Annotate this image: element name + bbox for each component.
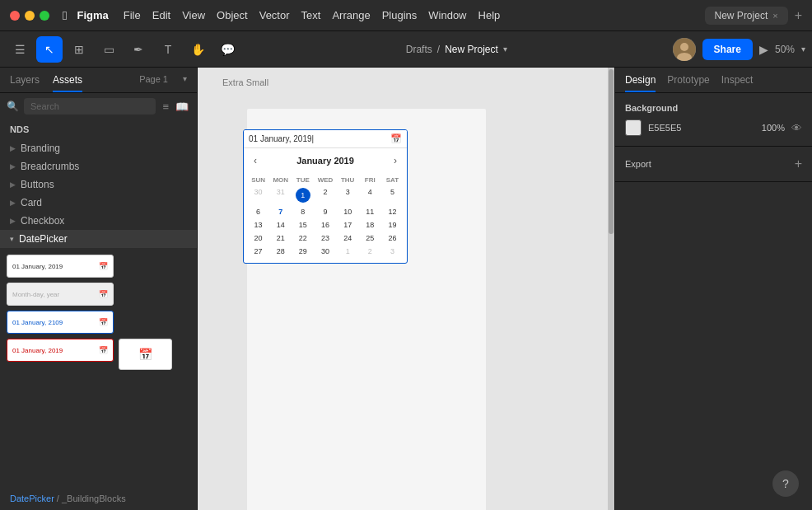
tree-item-checkbox[interactable]: ▶ Checkbox (0, 212, 197, 230)
breadcrumb-drafts[interactable]: Drafts (406, 44, 432, 55)
tree-item-buttons[interactable]: ▶ Buttons (0, 175, 197, 194)
play-button[interactable]: ▶ (759, 43, 768, 56)
maximize-button[interactable] (40, 11, 49, 21)
minimize-button[interactable] (25, 11, 35, 21)
hand-tool-button[interactable]: ✋ (184, 36, 211, 63)
datepicker-thumb-disabled[interactable]: Month-day, year 📅 (7, 283, 114, 306)
text-tool-button[interactable]: T (155, 36, 181, 63)
hamburger-menu-button[interactable]: ☰ (7, 36, 33, 63)
page-chevron[interactable]: ▾ (183, 74, 187, 92)
calendar-day[interactable]: 16 (314, 218, 336, 232)
share-button[interactable]: Share (702, 39, 753, 60)
calendar-day[interactable]: 25 (359, 232, 381, 245)
zoom-chevron[interactable]: ▾ (801, 44, 805, 54)
calendar-day[interactable]: 2 (314, 185, 336, 205)
breadcrumb-project[interactable]: New Project (445, 44, 498, 55)
tree-item-card[interactable]: ▶ Card (0, 194, 197, 212)
menu-view[interactable]: View (182, 9, 205, 21)
calendar-day[interactable]: 3 (337, 185, 359, 205)
calendar-day[interactable]: 3 (381, 245, 404, 258)
scrollbar-thumb[interactable] (609, 69, 614, 234)
calendar-day[interactable]: 10 (337, 205, 359, 218)
tab-prototype[interactable]: Prototype (667, 74, 709, 92)
menu-edit[interactable]: Edit (152, 9, 170, 21)
calendar-day[interactable]: 31 (269, 185, 292, 205)
selected-day[interactable]: 1 (296, 188, 310, 203)
calendar-day[interactable]: 18 (359, 218, 381, 232)
calendar-day[interactable]: 22 (292, 232, 314, 245)
frame-tool-button[interactable]: ⊞ (66, 36, 92, 63)
calendar-day[interactable]: 8 (292, 205, 314, 218)
canvas[interactable]: Extra Small 01 January, 2019| 📅 ‹ Januar… (198, 68, 614, 510)
calendar-day[interactable]: 11 (359, 205, 381, 218)
select-tool-button[interactable]: ↖ (36, 36, 63, 63)
prev-month-button[interactable]: ‹ (250, 153, 260, 168)
list-view-button[interactable]: ≡ (161, 99, 170, 115)
calendar-day[interactable]: 2 (359, 245, 381, 258)
breadcrumb-chevron[interactable]: ▾ (503, 44, 507, 54)
calendar-day[interactable]: 15 (292, 218, 314, 232)
calendar-day[interactable]: 1 (292, 185, 314, 205)
datepicker-thumb-icon[interactable]: 📅 (119, 339, 172, 370)
calendar-day[interactable]: 17 (337, 218, 359, 232)
calendar-day[interactable]: 9 (314, 205, 336, 218)
comment-tool-button[interactable]: 💬 (214, 36, 240, 63)
menu-file[interactable]: File (124, 9, 141, 21)
new-tab-button[interactable]: + (795, 9, 802, 22)
menu-arrange[interactable]: Arrange (332, 9, 370, 21)
calendar-day[interactable]: 27 (247, 245, 269, 258)
menu-window[interactable]: Window (428, 9, 466, 21)
menu-vector[interactable]: Vector (259, 9, 290, 21)
tab-inspect[interactable]: Inspect (721, 74, 754, 92)
calendar-day[interactable]: 6 (247, 205, 269, 218)
menu-text[interactable]: Text (301, 9, 321, 21)
calendar-day[interactable]: 30 (314, 245, 336, 258)
color-value[interactable]: E5E5E5 (648, 123, 755, 133)
search-input[interactable] (24, 98, 156, 115)
pen-tool-button[interactable]: ✒ (125, 36, 152, 63)
color-opacity[interactable]: 100% (762, 123, 785, 133)
active-tab[interactable]: New Project × (705, 7, 788, 25)
date-input-value[interactable]: 01 January, 2019| (249, 134, 390, 143)
calendar-day[interactable]: 28 (269, 245, 292, 258)
calendar-day[interactable]: 19 (381, 218, 404, 232)
calendar-day[interactable]: 26 (381, 232, 404, 245)
canvas-scrollbar[interactable] (608, 68, 614, 510)
calendar-day[interactable]: 13 (247, 218, 269, 232)
menu-plugins[interactable]: Plugins (382, 9, 418, 21)
page-label[interactable]: Page 1 (139, 74, 168, 92)
tab-close[interactable]: × (772, 11, 777, 21)
add-export-button[interactable]: + (795, 157, 802, 171)
tree-item-datepicker[interactable]: ▾ DatePicker (0, 230, 197, 248)
datepicker-thumb-error-blue[interactable]: 01 January, 2109 📅 (7, 311, 114, 334)
tab-design[interactable]: Design (625, 74, 656, 92)
datepicker-thumb-normal[interactable]: 01 January, 2019 📅 (7, 255, 114, 278)
menu-help[interactable]: Help (478, 9, 501, 21)
calendar-icon[interactable]: 📅 (390, 133, 402, 144)
calendar-day[interactable]: 29 (292, 245, 314, 258)
color-swatch[interactable] (625, 119, 642, 136)
datepicker-thumb-error-red[interactable]: 01 January, 2019 📅 (7, 339, 114, 362)
tree-item-breadcrumbs[interactable]: ▶ Breadcrumbs (0, 157, 197, 175)
calendar-day[interactable]: 7 (269, 205, 292, 218)
calendar-day[interactable]: 5 (381, 185, 404, 205)
calendar-day[interactable]: 24 (337, 232, 359, 245)
tree-item-branding[interactable]: ▶ Branding (0, 139, 197, 157)
calendar-day[interactable]: 21 (269, 232, 292, 245)
tab-layers[interactable]: Layers (10, 74, 40, 92)
calendar-day[interactable]: 20 (247, 232, 269, 245)
tab-assets[interactable]: Assets (53, 74, 82, 92)
close-button[interactable] (10, 11, 20, 21)
calendar-day[interactable]: 4 (359, 185, 381, 205)
visibility-toggle[interactable]: 👁 (791, 122, 802, 134)
calendar-day[interactable]: 30 (247, 185, 269, 205)
calendar-day[interactable]: 12 (381, 205, 404, 218)
menu-object[interactable]: Object (217, 9, 248, 21)
help-button[interactable]: ? (772, 470, 799, 497)
book-icon-button[interactable]: 📖 (174, 99, 190, 115)
zoom-level[interactable]: 50% (775, 44, 795, 55)
next-month-button[interactable]: › (390, 153, 400, 168)
calendar-day[interactable]: 1 (337, 245, 359, 258)
shape-tool-button[interactable]: ▭ (96, 36, 122, 63)
calendar-day[interactable]: 14 (269, 218, 292, 232)
